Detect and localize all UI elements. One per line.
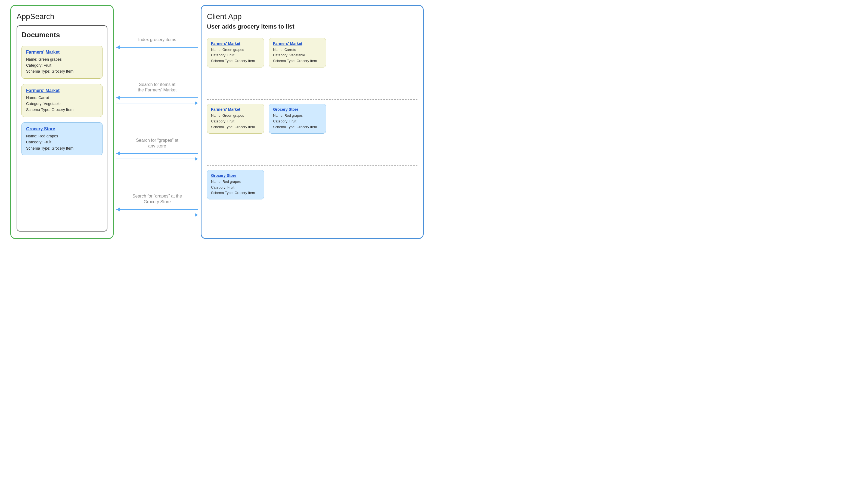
doc-card-3-cat-label: Category:: [26, 140, 44, 144]
arrow-group-3: Search for “grapes” atany store: [116, 138, 198, 162]
result-card-2-1: Farmers' Market Name: Green grapes Categ…: [207, 104, 264, 133]
doc-card-2-cat: Vegetable: [44, 101, 61, 106]
arrow-line-left-2: [116, 97, 198, 98]
doc-card-1-store: Farmers' Market: [26, 50, 98, 55]
doc-card-1-cat-label: Category:: [26, 63, 44, 67]
arrow-left-3: [116, 151, 198, 156]
arrow-row-1: [116, 45, 198, 50]
arrow-row-2: [116, 95, 198, 105]
doc-card-3: Grocery Store Name: Red grapes Category:…: [22, 122, 102, 155]
arrow-line-left-4: [116, 209, 198, 210]
user-section-title: User adds grocery items to list: [207, 23, 417, 30]
result-card-3-1: Grocery Store Name: Red grapes Category:…: [207, 170, 264, 200]
arrow-group-1: Index grocery items: [116, 37, 198, 50]
arrow-line-right-3: [116, 159, 198, 159]
doc-card-2-name: Carrot: [38, 95, 49, 100]
doc-card-1-cat: Fruit: [44, 63, 52, 67]
result-card-3-1-body: Name: Red grapes Category: Fruit Schema …: [211, 179, 260, 196]
arrow-group-2: Search for items atthe Farmers' Market: [116, 82, 198, 106]
result-card-2-2-store: Grocery Store: [273, 107, 322, 112]
result-card-1-1: Farmers' Market Name: Green grapes Categ…: [207, 38, 264, 67]
doc-card-1-body: Name: Green grapes Category: Fruit Schem…: [26, 56, 98, 74]
result-card-1-2: Farmers' Market Name: Carrots Category: …: [269, 38, 326, 67]
doc-card-2-cat-label: Category:: [26, 101, 44, 106]
arrow-right-3: [116, 156, 198, 161]
doc-card-2-body: Name: Carrot Category: Vegetable Schema …: [26, 95, 98, 113]
doc-card-2-schema: Grocery Item: [52, 108, 73, 112]
doc-card-3-body: Name: Red grapes Category: Fruit Schema …: [26, 133, 98, 151]
doc-card-1: Farmers' Market Name: Green grapes Categ…: [22, 46, 102, 79]
doc-card-3-name: Red grapes: [38, 134, 58, 138]
main-diagram: AppSearch Documents Farmers' Market Name…: [10, 5, 424, 239]
arrow-right-4: [116, 212, 198, 217]
arrow-row-4: [116, 207, 198, 217]
arrow-group-4: Search for “grapes” at theGrocery Store: [116, 193, 198, 217]
doc-card-2-name-label: Name:: [26, 95, 38, 100]
arrow-right-2: [116, 101, 198, 105]
doc-card-3-store: Grocery Store: [26, 126, 98, 131]
documents-title: Documents: [22, 31, 102, 39]
arrow-line-left-1: [116, 47, 198, 48]
client-section-2: Farmers' Market Name: Green grapes Categ…: [207, 100, 417, 166]
result-card-1-2-body: Name: Carrots Category: Vegetable Schema…: [273, 47, 322, 64]
result-card-3-1-store: Grocery Store: [211, 173, 260, 178]
arrow-line-left-3: [116, 153, 198, 154]
arrow-left-1: [116, 45, 198, 50]
arrow-label-4: Search for “grapes” at theGrocery Store: [132, 193, 182, 205]
client-title: Client App: [207, 12, 417, 21]
client-sections: Farmers' Market Name: Green grapes Categ…: [207, 34, 417, 232]
doc-card-3-cat: Fruit: [44, 140, 52, 144]
arrows-section: Index grocery items Search for items att…: [114, 5, 201, 239]
doc-card-3-schema-label: Schema Type:: [26, 146, 52, 150]
doc-card-2-schema-label: Schema Type:: [26, 108, 52, 112]
arrow-line-right-4: [116, 215, 198, 215]
doc-card-2: Farmers' Market Name: Carrot Category: V…: [22, 84, 102, 117]
result-card-1-2-store: Farmers' Market: [273, 41, 322, 46]
arrow-left-4: [116, 207, 198, 212]
doc-card-1-name-label: Name:: [26, 57, 38, 61]
doc-card-3-schema: Grocery Item: [52, 146, 73, 150]
result-card-2-2: Grocery Store Name: Red grapes Category:…: [269, 104, 326, 133]
appsearch-title: AppSearch: [17, 12, 107, 21]
arrow-label-2: Search for items atthe Farmers' Market: [138, 82, 177, 93]
doc-card-1-schema: Grocery Item: [52, 69, 73, 73]
appsearch-panel: AppSearch Documents Farmers' Market Name…: [10, 5, 114, 239]
result-card-2-2-body: Name: Red grapes Category: Fruit Schema …: [273, 113, 322, 130]
result-card-1-1-body: Name: Green grapes Category: Fruit Schem…: [211, 47, 260, 64]
arrow-label-1: Index grocery items: [138, 37, 176, 43]
doc-card-2-store: Farmers' Market: [26, 88, 98, 93]
client-panel: Client App User adds grocery items to li…: [201, 5, 424, 239]
client-section-3: Grocery Store Name: Red grapes Category:…: [207, 166, 417, 232]
doc-card-3-name-label: Name:: [26, 134, 38, 138]
result-card-2-1-body: Name: Green grapes Category: Fruit Schem…: [211, 113, 260, 130]
documents-box: Documents Farmers' Market Name: Green gr…: [17, 25, 107, 232]
arrow-row-3: [116, 151, 198, 161]
client-section-1: Farmers' Market Name: Green grapes Categ…: [207, 34, 417, 100]
doc-card-1-schema-label: Schema Type:: [26, 69, 52, 73]
arrow-label-3: Search for “grapes” atany store: [136, 138, 178, 149]
doc-card-1-name: Green grapes: [38, 57, 62, 61]
arrow-line-right-2: [116, 103, 198, 103]
result-card-2-1-store: Farmers' Market: [211, 107, 260, 112]
arrow-left-2: [116, 95, 198, 100]
result-card-1-1-store: Farmers' Market: [211, 41, 260, 46]
